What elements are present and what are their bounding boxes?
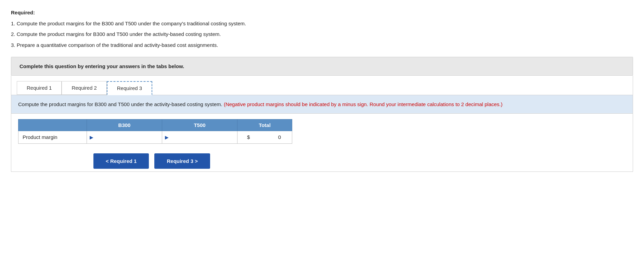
b300-input-cell[interactable]: ▶	[87, 131, 162, 143]
row-label: Product margin	[18, 131, 87, 143]
prev-button-label: < Required 1	[106, 158, 137, 164]
t500-arrow-icon: ▶	[165, 135, 169, 140]
col-header-total: Total	[237, 119, 292, 131]
total-cell: $ 0	[237, 131, 292, 143]
tab-required-3[interactable]: Required 3	[107, 81, 152, 95]
required-item-3: 3. Prepare a quantitative comparison of …	[11, 41, 633, 50]
product-margin-table: B300 T500 Total Product margin ▶	[18, 119, 292, 144]
tab-required-3-label: Required 3	[117, 85, 142, 91]
tab-main-text: Compute the product margins for B300 and…	[18, 101, 222, 107]
complete-box: Complete this question by entering your …	[11, 57, 633, 76]
tab-required-1[interactable]: Required 1	[17, 81, 62, 95]
t500-input[interactable]	[169, 134, 234, 140]
table-row: Product margin ▶ ▶	[18, 131, 292, 143]
required-heading: Required:	[11, 8, 633, 17]
dollar-sign: $	[247, 134, 250, 140]
tab-required-1-label: Required 1	[27, 85, 52, 91]
total-value: 0	[278, 134, 281, 140]
complete-box-text: Complete this question by entering your …	[20, 63, 184, 69]
nav-buttons-row: < Required 1 Required 3 >	[11, 151, 633, 171]
tab-required-2-label: Required 2	[72, 85, 96, 91]
tab-note-red: (Negative product margins should be indi…	[224, 101, 503, 107]
total-display: $ 0	[242, 134, 286, 140]
tabs-row: Required 1 Required 2 Required 3	[11, 76, 633, 95]
required-section: Required: 1. Compute the product margins…	[11, 8, 633, 49]
col-header-b300: B300	[87, 119, 162, 131]
col-header-t500: T500	[162, 119, 237, 131]
prev-button[interactable]: < Required 1	[93, 153, 149, 169]
b300-arrow-icon: ▶	[90, 135, 93, 140]
tab-content-area: Compute the product margins for B300 and…	[11, 95, 633, 114]
col-header-empty	[18, 119, 87, 131]
t500-input-cell[interactable]: ▶	[162, 131, 237, 143]
tabs-wrapper: Required 1 Required 2 Required 3 Compute…	[11, 76, 633, 172]
tab-required-2[interactable]: Required 2	[62, 81, 106, 95]
required-item-2: 2. Compute the product margins for B300 …	[11, 30, 633, 39]
b300-input[interactable]	[94, 134, 159, 140]
next-button-label: Required 3 >	[167, 158, 197, 164]
table-section: B300 T500 Total Product margin ▶	[11, 114, 633, 151]
required-item-1: 1. Compute the product margins for the B…	[11, 19, 633, 28]
next-button[interactable]: Required 3 >	[154, 153, 210, 169]
